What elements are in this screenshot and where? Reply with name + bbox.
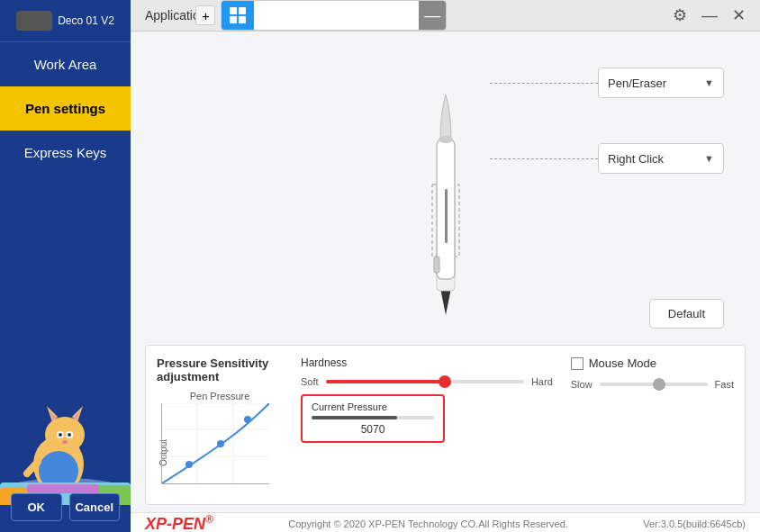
current-pressure-value: 5070 bbox=[312, 423, 434, 436]
footer: XP-PEN® Copyright © 2020 XP-PEN Technolo… bbox=[131, 512, 760, 532]
app-selector[interactable]: — bbox=[221, 0, 447, 31]
right-click-dropdown[interactable]: Right Click ▼ bbox=[598, 143, 724, 174]
svg-rect-21 bbox=[239, 7, 246, 14]
speed-slider[interactable] bbox=[600, 383, 708, 386]
hardness-area: Hardness Soft Hard Current Pressure bbox=[301, 356, 553, 493]
svg-point-29 bbox=[439, 136, 453, 143]
svg-point-38 bbox=[244, 416, 251, 423]
speed-slider-row: Slow Fast bbox=[571, 379, 734, 390]
pressure-panel: Pressure Sensitivity adjustment Pen Pres… bbox=[145, 345, 746, 505]
pen-eraser-dropdown-row: Pen/Eraser ▼ bbox=[490, 68, 724, 98]
chevron-down-icon-1: ▼ bbox=[704, 77, 714, 88]
svg-rect-28 bbox=[434, 257, 439, 273]
dashed-line-2 bbox=[490, 158, 598, 159]
hardness-thumb[interactable] bbox=[439, 375, 451, 388]
cancel-button[interactable]: Cancel bbox=[69, 493, 121, 521]
sidebar-item-pen-settings[interactable]: Pen settings bbox=[0, 86, 131, 131]
mascot-illustration bbox=[0, 397, 131, 487]
dropdowns-area: Pen/Eraser ▼ Right Click ▼ bbox=[490, 68, 724, 174]
mouse-mode-row: Mouse Mode bbox=[571, 356, 734, 370]
ok-button[interactable]: OK bbox=[11, 493, 62, 521]
pen-display-area: Pen/Eraser ▼ Right Click ▼ Default bbox=[131, 32, 760, 338]
mouse-mode-checkbox[interactable] bbox=[571, 357, 584, 370]
fast-label: Fast bbox=[715, 379, 734, 390]
dashed-line-1 bbox=[490, 83, 598, 84]
current-pressure-fill bbox=[312, 416, 397, 419]
sidebar-item-work-area[interactable]: Work Area bbox=[0, 42, 131, 86]
svg-rect-20 bbox=[230, 7, 237, 14]
right-click-dropdown-row: Right Click ▼ bbox=[490, 143, 724, 174]
footer-version: Ver:3.0.5(build:6645cb) bbox=[643, 518, 746, 529]
chart-box bbox=[161, 403, 269, 484]
current-pressure-box: Current Pressure 5070 bbox=[301, 394, 445, 443]
svg-point-37 bbox=[217, 440, 224, 447]
svg-rect-22 bbox=[230, 16, 237, 23]
device-header: Deco 01 V2 bbox=[0, 0, 131, 42]
svg-point-10 bbox=[68, 433, 71, 437]
svg-point-8 bbox=[59, 433, 62, 437]
svg-rect-30 bbox=[445, 189, 448, 243]
pressure-title: Pressure Sensitivity adjustment bbox=[157, 356, 283, 383]
footer-copyright: Copyright © 2020 XP-PEN Technology CO.Al… bbox=[288, 518, 568, 529]
pen-eraser-dropdown[interactable]: Pen/Eraser ▼ bbox=[598, 68, 724, 98]
current-pressure-bar bbox=[312, 416, 434, 419]
svg-rect-23 bbox=[239, 16, 246, 23]
hardness-fill bbox=[326, 380, 445, 383]
chevron-down-icon-2: ▼ bbox=[704, 153, 714, 164]
title-bar-controls: ⚙ — ✕ bbox=[673, 5, 746, 25]
mouse-mode-area: Mouse Mode Slow Fast bbox=[571, 356, 734, 493]
app-minus-button[interactable]: — bbox=[419, 0, 446, 31]
pen-pressure-label: Pen Pressure bbox=[157, 391, 283, 401]
content-area: Pen/Eraser ▼ Right Click ▼ Default bbox=[131, 32, 760, 512]
current-pressure-label: Current Pressure bbox=[312, 401, 434, 412]
hardness-slider-row: Soft Hard bbox=[301, 376, 553, 387]
sidebar-item-express-keys[interactable]: Express Keys bbox=[0, 131, 131, 175]
minimize-icon[interactable]: — bbox=[701, 6, 718, 25]
plus-icon[interactable]: + bbox=[195, 5, 215, 25]
device-name: Deco 01 V2 bbox=[58, 14, 114, 27]
svg-point-2 bbox=[45, 417, 85, 453]
slow-label: Slow bbox=[571, 379, 593, 390]
chart-area: Pressure Sensitivity adjustment Pen Pres… bbox=[157, 356, 283, 493]
pressure-chart: Output bbox=[157, 403, 274, 493]
sidebar-actions: OK Cancel bbox=[0, 482, 131, 532]
soft-label: Soft bbox=[301, 376, 319, 387]
default-button[interactable]: Default bbox=[649, 299, 724, 329]
speed-slider-thumb[interactable] bbox=[653, 378, 665, 391]
svg-point-11 bbox=[62, 440, 68, 444]
title-bar: Application: + — bbox=[131, 0, 760, 32]
settings-icon[interactable]: ⚙ bbox=[673, 5, 687, 25]
svg-point-36 bbox=[185, 461, 193, 468]
sidebar: Deco 01 V2 Work Area Pen settings Expres… bbox=[0, 0, 131, 532]
device-icon bbox=[16, 11, 52, 31]
hardness-slider[interactable] bbox=[326, 380, 524, 383]
hardness-label: Hardness bbox=[301, 356, 553, 369]
footer-logo: XP-PEN® bbox=[145, 513, 213, 532]
close-icon[interactable]: ✕ bbox=[732, 5, 746, 25]
svg-marker-24 bbox=[440, 288, 451, 315]
app-selector-icon bbox=[222, 0, 254, 31]
mouse-mode-label: Mouse Mode bbox=[589, 356, 656, 370]
main-content: Application: + — bbox=[131, 0, 760, 532]
hard-label: Hard bbox=[531, 376, 553, 387]
